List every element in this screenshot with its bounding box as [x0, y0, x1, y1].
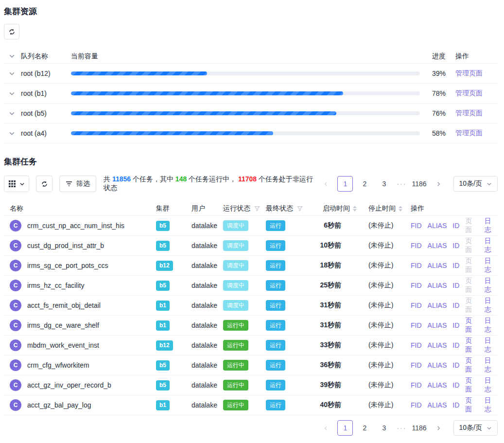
task-user: datalake — [191, 361, 223, 369]
task-user: datalake — [191, 282, 223, 289]
log-link[interactable]: 日志 — [485, 356, 498, 374]
manage-page-link[interactable]: 管理页面 — [455, 129, 483, 137]
fid-link[interactable]: FID — [411, 401, 422, 409]
resources-refresh-button[interactable] — [4, 24, 19, 39]
id-link[interactable]: ID — [452, 222, 459, 230]
alias-link[interactable]: ALIAS — [428, 262, 447, 269]
id-link[interactable]: ID — [452, 381, 459, 389]
id-link[interactable]: ID — [452, 242, 459, 249]
page-link[interactable]: 页面 — [465, 337, 478, 354]
expand-queue-icon[interactable] — [9, 130, 15, 137]
fid-link[interactable]: FID — [411, 282, 422, 289]
log-link[interactable]: 日志 — [485, 317, 498, 334]
log-link[interactable]: 日志 — [485, 217, 498, 234]
id-link[interactable]: ID — [452, 361, 459, 369]
page-link[interactable]: 页面 — [465, 317, 478, 334]
alias-link[interactable]: ALIAS — [428, 242, 447, 249]
pagination-page-3[interactable]: 3 — [376, 420, 392, 436]
sort-icon[interactable] — [353, 206, 357, 212]
manage-page-link[interactable]: 管理页面 — [455, 89, 483, 97]
filter-funnel-icon[interactable] — [254, 206, 260, 212]
log-link[interactable]: 日志 — [485, 396, 498, 414]
expand-queue-icon[interactable] — [9, 110, 15, 117]
queue-row: root (b1) 78% 管理页面 — [4, 84, 498, 104]
pagination-page-1[interactable]: 1 — [337, 176, 353, 192]
log-link[interactable]: 日志 — [485, 376, 498, 394]
expand-queue-icon[interactable] — [9, 90, 15, 97]
id-link[interactable]: ID — [452, 321, 459, 329]
fid-link[interactable]: FID — [411, 222, 422, 230]
manage-page-link[interactable]: 管理页面 — [455, 109, 483, 117]
manage-page-link[interactable]: 管理页面 — [455, 69, 483, 77]
page-link[interactable]: 页面 — [465, 356, 478, 374]
alias-link[interactable]: ALIAS — [428, 341, 447, 349]
log-link[interactable]: 日志 — [485, 277, 498, 294]
page-link[interactable]: 页面 — [465, 237, 478, 254]
pagination-next-button[interactable] — [431, 420, 447, 436]
pagination-next-button[interactable] — [431, 176, 447, 192]
pagination-prev-button[interactable] — [318, 176, 333, 192]
id-link[interactable]: ID — [452, 401, 459, 409]
task-user: datalake — [191, 381, 223, 389]
pagination-page-3[interactable]: 3 — [376, 176, 392, 192]
filter-lines-icon — [66, 181, 72, 187]
log-link[interactable]: 日志 — [485, 337, 498, 354]
page-size-select[interactable]: 10条/页 — [453, 420, 498, 436]
task-user: datalake — [191, 321, 223, 329]
pagination-prev-button[interactable] — [318, 420, 333, 436]
alias-link[interactable]: ALIAS — [428, 282, 447, 289]
task-user: datalake — [191, 262, 223, 269]
cluster-badge: b12 — [156, 340, 173, 351]
page-link[interactable]: 页面 — [465, 297, 478, 314]
page-link[interactable]: 页面 — [465, 257, 478, 274]
start-time: 39秒前 — [316, 381, 364, 390]
id-link[interactable]: ID — [452, 282, 459, 289]
filter-funnel-icon[interactable] — [297, 206, 303, 212]
fid-link[interactable]: FID — [411, 242, 422, 249]
log-link[interactable]: 日志 — [485, 257, 498, 274]
id-link[interactable]: ID — [452, 341, 459, 349]
pagination-page-last[interactable]: 1186 — [411, 420, 427, 436]
resources-table: 队列名称 当前容量 进度 操作 root (b12) 39% 管理页面 root… — [4, 49, 498, 143]
page-link[interactable]: 页面 — [465, 376, 478, 394]
run-state-badge: 调度中 — [223, 300, 248, 311]
expand-queue-icon[interactable] — [9, 71, 15, 77]
id-link[interactable]: ID — [452, 262, 459, 269]
sort-icon[interactable] — [399, 206, 402, 212]
alias-link[interactable]: ALIAS — [428, 401, 447, 409]
log-link[interactable]: 日志 — [485, 237, 498, 254]
task-row: C cust_dg_prod_inst_attr_b b5 datalake 调… — [4, 236, 498, 256]
pagination-page-2[interactable]: 2 — [357, 176, 372, 192]
page-link[interactable]: 页面 — [465, 277, 478, 294]
collapse-all-icon[interactable] — [9, 53, 15, 59]
alias-link[interactable]: ALIAS — [428, 381, 447, 389]
log-link[interactable]: 日志 — [485, 297, 498, 314]
page-size-select[interactable]: 10条/页 — [453, 176, 498, 192]
task-row: C crm_cust_np_acc_num_inst_his b5 datala… — [4, 216, 498, 236]
fid-link[interactable]: FID — [411, 321, 422, 329]
pagination-page-2[interactable]: 2 — [357, 420, 372, 436]
start-time: 40秒前 — [316, 401, 364, 409]
fid-link[interactable]: FID — [411, 361, 422, 369]
alias-link[interactable]: ALIAS — [428, 361, 447, 369]
alias-link[interactable]: ALIAS — [428, 222, 447, 230]
pagination: 1 2 3 ··· 1186 10条/页 — [318, 420, 498, 436]
id-link[interactable]: ID — [452, 301, 459, 309]
final-state-badge: 运行 — [266, 320, 285, 331]
pagination-page-last[interactable]: 1186 — [411, 176, 427, 192]
fid-link[interactable]: FID — [411, 262, 422, 269]
fid-link[interactable]: FID — [411, 381, 422, 389]
tasks-refresh-button[interactable] — [36, 176, 52, 192]
alias-link[interactable]: ALIAS — [428, 321, 447, 329]
run-state-badge: 调度中 — [223, 260, 248, 271]
page-link[interactable]: 页面 — [465, 396, 478, 414]
pagination-page-1[interactable]: 1 — [337, 420, 353, 436]
fid-link[interactable]: FID — [411, 301, 422, 309]
alias-link[interactable]: ALIAS — [428, 301, 447, 309]
task-row: C mbdm_work_event_inst b12 datalake 运行中 … — [4, 336, 498, 355]
task-name: irms_dg_ce_ware_shelf — [27, 321, 99, 329]
page-link[interactable]: 页面 — [465, 217, 478, 234]
fid-link[interactable]: FID — [411, 341, 422, 349]
filter-button[interactable]: 筛选 — [59, 176, 96, 192]
column-settings-button[interactable] — [4, 176, 29, 192]
